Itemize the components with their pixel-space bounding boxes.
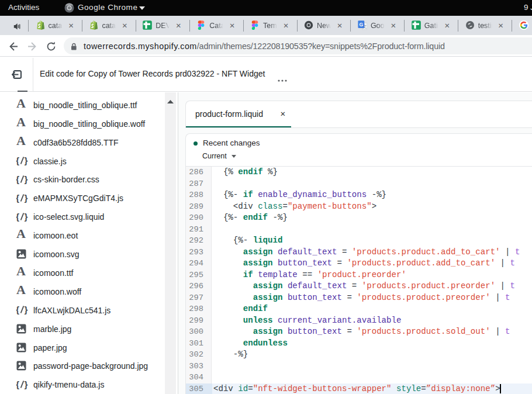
svg-text:{: { [16, 174, 19, 184]
svg-text:{: { [16, 155, 19, 165]
svg-text:}: } [25, 155, 28, 165]
svg-text:{: { [16, 379, 19, 389]
svg-text:}: } [25, 305, 28, 314]
svg-text:{: { [16, 212, 19, 222]
svg-text:}: } [25, 193, 28, 203]
svg-text:}: } [25, 174, 28, 184]
svg-text:{: { [16, 305, 19, 314]
svg-text:}: } [25, 379, 28, 389]
svg-text:}: } [25, 212, 28, 222]
svg-text:G: G [359, 22, 363, 27]
svg-text:{: { [16, 193, 19, 203]
